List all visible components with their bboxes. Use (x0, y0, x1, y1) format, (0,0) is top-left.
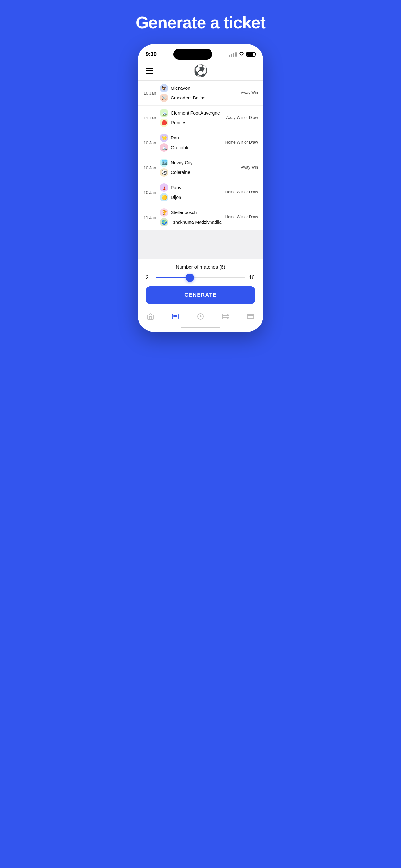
tab-list[interactable] (163, 313, 188, 322)
match-row[interactable]: 10 Jan 🦅 Glenavon ⚔️ Crusaders Belfast A… (138, 81, 263, 105)
team-name: Paris (171, 185, 181, 190)
team-name: Coleraine (171, 170, 190, 175)
match-date: 10 Jan (143, 165, 157, 170)
team-row: 🗼 Paris (160, 183, 222, 192)
team-row: ⚔️ Crusaders Belfast (160, 94, 230, 102)
team-name: Grenoble (171, 145, 189, 150)
team-name: Stellenbosch (171, 210, 197, 215)
slider-max-label: 16 (249, 275, 255, 281)
nav-bar: ⚽ (138, 62, 263, 81)
match-prediction: Home Win or Draw (225, 215, 258, 220)
tab-tickets[interactable] (238, 313, 263, 322)
team-name: Pau (171, 135, 179, 141)
team-row: 🌟 Pau (160, 134, 222, 142)
match-list: 10 Jan 🦅 Glenavon ⚔️ Crusaders Belfast A… (138, 81, 263, 230)
app-logo: ⚽ (193, 65, 208, 76)
tab-bar (138, 309, 263, 324)
home-indicator (138, 324, 263, 332)
team-badge: 🟡 (160, 193, 168, 202)
match-teams: 🦅 Glenavon ⚔️ Crusaders Belfast (160, 84, 230, 102)
film-icon (222, 313, 229, 322)
team-row: 🟡 Dijon (160, 193, 222, 202)
match-prediction: Home Win or Draw (225, 190, 258, 195)
slider-container: 2 16 (146, 275, 255, 281)
match-date: 11 Jan (143, 116, 157, 120)
team-row: 🏔️ Clermont Foot Auvergne (160, 109, 223, 117)
status-time: 9:30 (146, 51, 157, 58)
match-teams: 🌟 Pau 🏔️ Grenoble (160, 134, 222, 152)
match-row[interactable]: 11 Jan 🏆 Stellenbosch 🌍 Tshakhuma Madziv… (138, 205, 263, 230)
signal-dots-icon (228, 52, 237, 57)
phone-frame: 9:30 ⚽ 10 Jan (137, 44, 264, 332)
hamburger-menu-button[interactable] (146, 68, 153, 73)
team-row: 🦅 Glenavon (160, 84, 230, 92)
match-teams: 🏙️ Newry City ⚽ Coleraine (160, 159, 230, 177)
team-row: ⚽ Coleraine (160, 168, 230, 177)
dynamic-island (174, 49, 212, 60)
match-date: 10 Jan (143, 91, 157, 96)
match-prediction: Away Win or Draw (226, 115, 258, 120)
slider-min-label: 2 (146, 275, 152, 281)
slider-thumb[interactable] (186, 274, 194, 282)
match-teams: 🏔️ Clermont Foot Auvergne 🔴 Rennes (160, 109, 223, 127)
team-badge: 🏔️ (160, 109, 168, 117)
team-badge: 🏙️ (160, 159, 168, 167)
ticket-icon (247, 313, 254, 322)
match-row[interactable]: 10 Jan 🌟 Pau 🏔️ Grenoble Home Win or Dra… (138, 130, 263, 155)
matches-count-label: Number of matches (6) (146, 264, 255, 270)
match-prediction: Away Win (234, 165, 258, 170)
team-row: 🔴 Rennes (160, 119, 223, 127)
page-title: Generate a ticket (135, 13, 266, 32)
match-row[interactable]: 10 Jan 🏙️ Newry City ⚽ Coleraine Away Wi… (138, 155, 263, 180)
team-name: Crusaders Belfast (171, 95, 207, 100)
svg-rect-5 (222, 314, 229, 319)
team-badge: ⚔️ (160, 94, 168, 102)
team-row: 🌍 Tshakhuma Madzivhadila (160, 218, 222, 226)
match-prediction: Away Win (234, 90, 258, 96)
clock-icon (197, 313, 204, 322)
team-name: Dijon (171, 195, 181, 200)
status-bar: 9:30 (138, 44, 263, 62)
tab-media[interactable] (213, 313, 238, 322)
team-badge: 🌟 (160, 134, 168, 142)
match-prediction: Home Win or Draw (225, 140, 258, 145)
bottom-section: Number of matches (6) 2 16 GENERATE (138, 259, 263, 309)
match-row[interactable]: 11 Jan 🏔️ Clermont Foot Auvergne 🔴 Renne… (138, 105, 263, 130)
tab-home[interactable] (138, 313, 163, 322)
team-badge: 🏔️ (160, 144, 168, 152)
match-teams: 🗼 Paris 🟡 Dijon (160, 183, 222, 202)
empty-area (138, 230, 263, 259)
team-row: 🏙️ Newry City (160, 159, 230, 167)
match-row[interactable]: 10 Jan 🗼 Paris 🟡 Dijon Home Win or Draw (138, 180, 263, 205)
team-badge: 🔴 (160, 119, 168, 127)
list-icon (172, 313, 179, 322)
match-date: 10 Jan (143, 141, 157, 145)
status-icons (228, 52, 255, 57)
team-name: Glenavon (171, 86, 190, 91)
generate-button[interactable]: GENERATE (146, 286, 255, 304)
match-teams: 🏆 Stellenbosch 🌍 Tshakhuma Madzivhadila (160, 208, 222, 226)
team-row: 🏔️ Grenoble (160, 144, 222, 152)
svg-rect-12 (247, 314, 254, 319)
team-badge: 🌍 (160, 218, 168, 226)
team-row: 🏆 Stellenbosch (160, 208, 222, 217)
tab-history[interactable] (188, 313, 213, 322)
team-name: Tshakhuma Madzivhadila (171, 220, 221, 225)
team-name: Rennes (171, 120, 186, 125)
team-name: Clermont Foot Auvergne (171, 111, 220, 116)
wifi-icon (239, 52, 244, 57)
home-icon (147, 313, 154, 322)
team-name: Newry City (171, 160, 193, 165)
team-badge: ⚽ (160, 168, 168, 177)
match-date: 10 Jan (143, 190, 157, 195)
team-badge: 🗼 (160, 183, 168, 192)
team-badge: 🏆 (160, 208, 168, 217)
matches-slider[interactable] (156, 277, 245, 278)
battery-icon (246, 52, 255, 57)
match-date: 11 Jan (143, 215, 157, 220)
team-badge: 🦅 (160, 84, 168, 92)
